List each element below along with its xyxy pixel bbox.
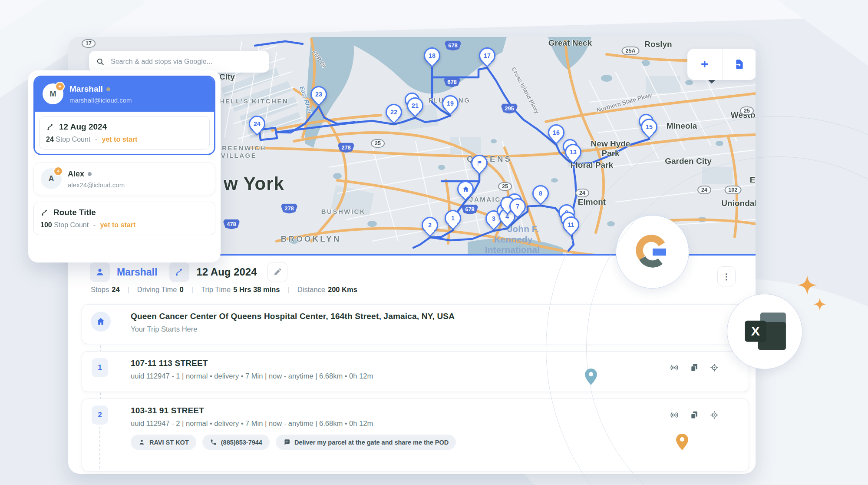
phone-icon xyxy=(210,438,217,446)
google-g-icon xyxy=(634,233,671,271)
sparkle-icon xyxy=(797,275,817,295)
route-menu-button[interactable]: ⋮ xyxy=(717,266,736,286)
avatar: M ✦ xyxy=(43,83,63,104)
stop-connector-line xyxy=(99,427,100,468)
route-driver-name[interactable]: Marshall xyxy=(117,266,157,278)
stop-number-badge: 1 xyxy=(92,358,108,377)
kebab-icon: ⋮ xyxy=(723,272,731,282)
map-pin-21[interactable]: 21 xyxy=(407,97,423,114)
search-icon xyxy=(96,57,105,66)
route-icon xyxy=(40,208,49,217)
phone-number: (885)853-7944 xyxy=(221,439,262,446)
sparkle-icon xyxy=(813,298,826,311)
map-pin-7[interactable]: 7 xyxy=(509,198,526,215)
stop-title: 103-31 91 STREET xyxy=(131,406,749,415)
copy-icon[interactable] xyxy=(690,410,699,422)
route-summary-card[interactable]: 12 Aug 2024 24 Stop Count - yet to start xyxy=(39,116,210,149)
add-stop-button[interactable]: + xyxy=(687,49,723,80)
copy-icon[interactable] xyxy=(690,363,699,374)
contact-name: RAVI ST KOT xyxy=(149,439,189,446)
start-subtitle: Your Trip Starts Here xyxy=(131,325,749,333)
phone-chip[interactable]: (885)853-7944 xyxy=(202,435,270,450)
pencil-icon xyxy=(273,268,282,276)
import-file-icon xyxy=(734,59,745,70)
map-action-buttons: + xyxy=(687,49,756,80)
note-text: Deliver my parcel at the gate and share … xyxy=(294,439,449,446)
stop-number-badge: 2 xyxy=(92,405,108,425)
route-status: yet to start xyxy=(102,136,138,143)
stop-row-1[interactable]: 1 107-11 113 STREET uuid 112947 - 1 | no… xyxy=(82,351,749,392)
stop-count: 100 xyxy=(40,221,52,229)
avatar: A ✦ xyxy=(41,168,62,189)
status-dot xyxy=(106,87,110,91)
google-logo-badge xyxy=(616,215,689,289)
route-icon xyxy=(46,123,55,131)
drivers-panel: M ✦ Marshall marshall@icloud.com 12 Aug … xyxy=(28,70,221,262)
driver-chip xyxy=(90,262,110,282)
map-pin-17[interactable]: 17 xyxy=(479,47,495,64)
search-input[interactable] xyxy=(110,57,262,66)
driver-name: Marshall xyxy=(69,84,103,94)
map-pin-1[interactable]: 1 xyxy=(445,210,461,226)
route-chip xyxy=(169,262,189,282)
svg-text:X: X xyxy=(751,324,760,338)
sparkle-badge-icon: ✦ xyxy=(55,82,65,91)
stop-row-2[interactable]: 2 103-31 91 STREET uuid 112947 - 2 | nor… xyxy=(82,399,749,472)
home-icon xyxy=(91,312,111,332)
import-stops-button[interactable] xyxy=(723,49,756,80)
live-track-icon[interactable] xyxy=(670,410,679,422)
map-pin-19[interactable]: 19 xyxy=(442,95,459,112)
map-pin-8[interactable]: 8 xyxy=(532,185,549,202)
sparkle-badge-icon: ✦ xyxy=(53,166,63,176)
driver-email: alex24@icloud.com xyxy=(68,181,125,189)
unassigned-route-card[interactable]: Route Title 100 Stop Count - yet to star… xyxy=(33,202,215,235)
map-pin-16[interactable]: 16 xyxy=(548,124,564,141)
start-title: Queen Cancer Center Of Queens Hospital C… xyxy=(131,312,749,321)
message-icon xyxy=(283,438,290,446)
excel-badge: X xyxy=(727,294,802,369)
orange-pin-icon xyxy=(676,434,688,450)
map-pin-11[interactable]: 11 xyxy=(563,216,579,233)
map-pin-22[interactable]: 22 xyxy=(386,104,402,120)
page: Great NeckRoslynCityHELL'S KITCHENFDR Dr… xyxy=(0,0,868,485)
status-dot xyxy=(88,172,92,176)
stop-meta: uuid 112947 - 2 | normal • delivery • 7 … xyxy=(131,419,749,428)
map-pin-23[interactable]: 23 xyxy=(310,86,327,103)
teal-pin-icon xyxy=(585,369,597,385)
search-bar[interactable] xyxy=(89,51,269,73)
plus-icon: + xyxy=(701,56,709,71)
route-title: 12 Aug 2024 xyxy=(59,122,107,132)
map-pin-24[interactable]: 24 xyxy=(249,116,265,132)
driver-name: Alex xyxy=(68,169,84,179)
driver-card-alex[interactable]: A ✦ Alex alex24@icloud.com xyxy=(33,162,215,195)
stop-count: 24 xyxy=(46,136,54,143)
map-pin-13[interactable]: 13 xyxy=(565,144,581,160)
contact-chip[interactable]: RAVI ST KOT xyxy=(131,435,196,450)
map-pin-home[interactable] xyxy=(457,181,474,197)
map-pin-2[interactable]: 2 xyxy=(422,217,438,233)
route-date: 12 Aug 2024 xyxy=(196,266,257,278)
route-title: Route Title xyxy=(53,208,96,217)
route-status: yet to start xyxy=(100,221,135,229)
person-icon xyxy=(138,438,145,446)
trip-start-row[interactable]: Queen Cancer Center Of Queens Hospital C… xyxy=(82,304,749,344)
map-pin-flag[interactable] xyxy=(471,155,488,171)
route-header: Marshall 12 Aug 2024 xyxy=(90,262,287,282)
map-pin-18[interactable]: 18 xyxy=(424,47,440,64)
edit-route-button[interactable] xyxy=(267,262,287,282)
route-stats: Stops24 | Driving Time0 | Trip Time5 Hrs… xyxy=(91,286,357,294)
live-track-icon[interactable] xyxy=(670,363,679,374)
stop-title: 107-11 113 STREET xyxy=(131,359,749,368)
driver-card-marshall[interactable]: M ✦ Marshall marshall@icloud.com 12 Aug … xyxy=(33,76,215,155)
stop-meta: uuid 112947 - 1 | normal • delivery • 7 … xyxy=(131,372,749,380)
driver-email: marshall@icloud.com xyxy=(69,96,132,104)
locate-icon[interactable] xyxy=(710,410,719,422)
locate-icon[interactable] xyxy=(710,363,719,374)
route-icon xyxy=(174,267,185,277)
map-pin-15[interactable]: 15 xyxy=(641,119,657,135)
excel-icon: X xyxy=(739,306,790,357)
person-icon xyxy=(95,267,105,277)
note-chip[interactable]: Deliver my parcel at the gate and share … xyxy=(276,435,456,450)
